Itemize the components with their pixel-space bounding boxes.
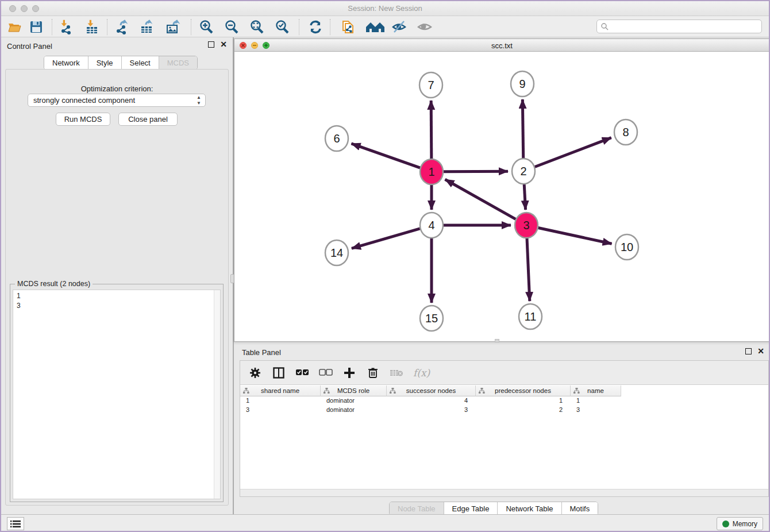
node-label: 8	[622, 126, 629, 138]
show-all-icon[interactable]	[416, 18, 433, 36]
export-image-icon[interactable]	[164, 18, 182, 36]
list-icon	[10, 520, 21, 528]
edge-2-9[interactable]	[522, 99, 523, 159]
criterion-dropdown[interactable]: strongly connected component ▲▼	[28, 94, 206, 107]
network-resize-grip[interactable]	[495, 339, 499, 342]
memory-label: Memory	[733, 520, 757, 528]
node-9[interactable]: 9	[511, 71, 534, 97]
node-7[interactable]: 7	[419, 72, 442, 98]
select-all-icon[interactable]	[295, 366, 309, 380]
search-input[interactable]	[596, 20, 762, 33]
zoom-in-icon[interactable]	[198, 18, 215, 36]
tab-edge-table[interactable]: Edge Table	[444, 502, 498, 515]
column-header-MCDS-role[interactable]: MCDS role	[321, 385, 387, 396]
control-panel-close-icon[interactable]: ✕	[220, 41, 227, 48]
zoom-out-icon[interactable]	[223, 18, 240, 36]
node-label: 1	[428, 165, 434, 178]
edge-3-1[interactable]	[445, 179, 516, 219]
node-4[interactable]: 4	[420, 213, 443, 238]
status-bar: Memory	[1, 514, 769, 532]
table-panel-float-icon[interactable]	[745, 348, 752, 354]
node-label: 6	[333, 132, 340, 145]
column-header-successor-nodes[interactable]: successor nodes	[387, 385, 476, 396]
control-panel-float-icon[interactable]	[208, 41, 214, 48]
node-8[interactable]: 8	[614, 119, 637, 145]
clone-network-icon[interactable]	[339, 18, 356, 36]
tab-mcds[interactable]: MCDS	[159, 56, 197, 70]
node-2[interactable]: 2	[512, 159, 535, 184]
table-panel-close-icon[interactable]: ✕	[757, 348, 764, 354]
add-column-icon[interactable]	[342, 366, 356, 380]
table-cell[interactable]: 3	[387, 406, 476, 415]
column-header-shared-name[interactable]: shared name	[240, 385, 321, 396]
table-cell[interactable]: 3	[571, 406, 621, 415]
tab-select[interactable]: Select	[122, 56, 159, 70]
table-row[interactable]: 3dominator323	[240, 406, 768, 415]
column-header-predecessor-nodes[interactable]: predecessor nodes	[476, 385, 571, 396]
table-cell[interactable]: 2	[476, 406, 571, 415]
network-canvas[interactable]: 7968124314101511	[234, 52, 769, 341]
node-14[interactable]: 14	[325, 240, 348, 265]
column-view-icon[interactable]	[272, 366, 286, 380]
control-panel-tabs: NetworkStyleSelectMCDS	[44, 56, 198, 70]
import-table-icon[interactable]	[83, 18, 100, 36]
edge-2-8[interactable]	[535, 138, 611, 167]
table-cell[interactable]: dominator	[321, 396, 387, 406]
network-graph[interactable]: 7968124314101511	[234, 52, 769, 341]
apply-layout-icon[interactable]	[307, 18, 324, 36]
edge-1-6[interactable]	[351, 144, 420, 168]
edge-3-11[interactable]	[527, 237, 530, 301]
table-cell[interactable]: dominator	[321, 406, 387, 415]
deselect-all-icon[interactable]	[319, 366, 333, 380]
node-10[interactable]: 10	[615, 234, 638, 260]
edge-2-3[interactable]	[524, 183, 525, 210]
node-6[interactable]: 6	[325, 126, 348, 151]
first-neighbors-icon[interactable]	[364, 18, 387, 36]
memory-button[interactable]: Memory	[717, 517, 763, 530]
network-window-titlebar[interactable]: scc.txt	[234, 39, 769, 52]
close-panel-button[interactable]: Close panel	[118, 113, 178, 126]
table-cell[interactable]: 1	[571, 396, 621, 406]
node-3[interactable]: 3	[515, 213, 538, 238]
tab-style[interactable]: Style	[88, 56, 122, 70]
task-history-button[interactable]	[7, 517, 24, 530]
save-session-icon[interactable]	[28, 18, 45, 36]
hide-selected-icon[interactable]	[391, 18, 408, 36]
table-hscrollbar[interactable]	[240, 489, 768, 496]
table-row[interactable]: 1dominator411	[240, 396, 768, 406]
export-table-icon[interactable]	[138, 18, 155, 36]
tab-network-table[interactable]: Network Table	[498, 502, 561, 515]
zoom-fit-icon[interactable]	[248, 18, 265, 36]
criterion-value: strongly connected component	[33, 96, 135, 105]
column-header-name[interactable]: name	[571, 385, 621, 396]
delete-column-icon[interactable]	[366, 366, 380, 380]
edge-4-14[interactable]	[352, 229, 420, 249]
mcds-panel: Optimization criterion: strongly connect…	[5, 69, 229, 506]
table-cell[interactable]: 1	[476, 396, 571, 406]
node-label: 2	[520, 165, 526, 178]
dropdown-stepper-icon: ▲▼	[197, 95, 201, 106]
edge-1-2[interactable]	[444, 171, 508, 172]
open-session-icon[interactable]	[6, 18, 23, 36]
node-1[interactable]: 1	[420, 159, 443, 184]
node-11[interactable]: 11	[519, 304, 542, 329]
column-type-icon	[243, 388, 249, 394]
edge-3-10[interactable]	[538, 228, 612, 244]
edge-1-7[interactable]	[431, 101, 432, 160]
table-cell[interactable]: 1	[240, 396, 321, 406]
mcds-result-text[interactable]: 1 3	[13, 290, 221, 499]
tab-motifs[interactable]: Motifs	[562, 502, 598, 515]
zoom-selected-icon[interactable]	[274, 18, 291, 36]
run-mcds-button[interactable]: Run MCDS	[56, 113, 110, 126]
window-title: Session: New Session	[1, 4, 769, 13]
tab-network[interactable]: Network	[44, 56, 88, 70]
import-network-icon[interactable]	[57, 18, 75, 36]
export-network-icon[interactable]	[113, 18, 130, 36]
node-table: f(x) shared nameMCDS rolesuccessor nodes…	[240, 360, 769, 497]
result-scrollbar[interactable]	[214, 290, 220, 499]
settings-icon[interactable]	[248, 366, 262, 380]
table-cell[interactable]: 4	[387, 396, 476, 406]
node-15[interactable]: 15	[420, 306, 443, 331]
tab-node-table[interactable]: Node Table	[390, 502, 444, 515]
table-cell[interactable]: 3	[240, 406, 321, 415]
